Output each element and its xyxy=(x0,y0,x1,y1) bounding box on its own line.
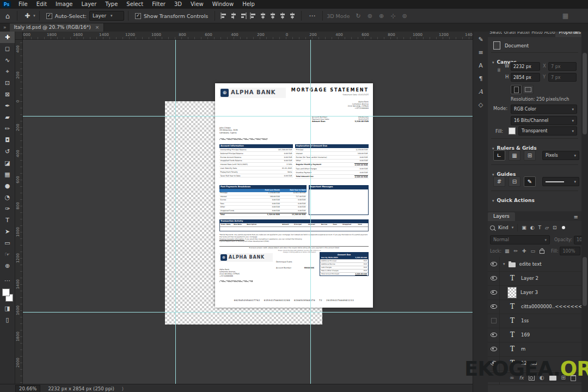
layer-row[interactable]: TLayer 2 xyxy=(488,271,581,286)
eye-icon[interactable] xyxy=(491,276,497,280)
quick-actions-section-header[interactable]: ▾Quick Actions xyxy=(492,194,535,204)
canvas-viewport[interactable]: ⊕ ALPHA BANK MORTGAGE STATEMENT Statemen… xyxy=(22,39,473,384)
toggle-visibility-cell[interactable] xyxy=(488,271,500,285)
object-selection-tool[interactable]: ⌖ xyxy=(0,66,15,77)
crop-tool[interactable]: ⊡ xyxy=(0,77,15,89)
canvas-width-field[interactable]: 2232 px xyxy=(511,62,540,71)
toggle-visibility-cell[interactable] xyxy=(488,314,500,328)
pen-tool[interactable]: ✑ xyxy=(0,203,15,215)
brush-tool[interactable]: ✏ xyxy=(0,123,15,134)
lock-transparency-icon[interactable]: ▦ xyxy=(505,248,510,254)
vertical-guide-1[interactable] xyxy=(175,32,176,384)
lock-all-icon[interactable] xyxy=(540,250,544,254)
layer-row[interactable]: T129 da xyxy=(488,356,581,371)
toggle-visibility-cell[interactable] xyxy=(488,257,500,271)
foreground-color-swatch[interactable] xyxy=(2,289,10,296)
home-icon[interactable]: ⌂ xyxy=(2,12,13,20)
layer-row[interactable]: Tm xyxy=(488,342,581,357)
eye-icon[interactable] xyxy=(491,333,497,337)
menu-image[interactable]: Image xyxy=(51,0,77,9)
type-tool[interactable]: T xyxy=(0,215,15,226)
eye-icon[interactable] xyxy=(491,290,497,295)
move-tool[interactable]: ✚ xyxy=(0,32,15,43)
zoom-tool[interactable]: ⊕ xyxy=(0,260,15,272)
dodge-tool[interactable]: ◔ xyxy=(0,192,15,203)
hand-tool[interactable]: ☞ xyxy=(0,249,15,260)
eye-icon[interactable] xyxy=(491,347,497,351)
character-panel-icon[interactable]: A xyxy=(479,62,483,69)
landscape-orientation-button[interactable] xyxy=(523,85,534,94)
menu-3d[interactable]: 3D xyxy=(170,0,186,9)
toggle-visibility-cell[interactable] xyxy=(488,299,500,314)
path-selection-tool[interactable]: ➤ xyxy=(0,226,15,237)
toggle-visibility-cell[interactable] xyxy=(488,285,500,299)
eyedropper-tool[interactable]: ✒ xyxy=(0,100,15,112)
eye-icon[interactable] xyxy=(491,262,497,266)
guide-layout-icon[interactable]: ⊟ xyxy=(509,176,520,187)
glyphs-panel-icon[interactable]: A xyxy=(479,88,483,95)
lock-position-icon[interactable]: ✚ xyxy=(522,248,526,254)
hidden-eye-icon[interactable] xyxy=(491,318,497,323)
link-layers-icon[interactable]: ∞ xyxy=(510,375,514,381)
menu-file[interactable]: File xyxy=(14,0,32,9)
canvas-height-field[interactable]: 2854 px xyxy=(511,73,540,82)
gradient-tool[interactable]: ▦ xyxy=(0,169,15,180)
distribute-right-icon[interactable] xyxy=(288,12,297,20)
bit-depth-dropdown[interactable]: 16 Bits/Channel▾ xyxy=(511,116,577,125)
eye-icon[interactable] xyxy=(491,304,497,309)
align-center-h-icon[interactable] xyxy=(229,12,238,20)
menu-edit[interactable]: Edit xyxy=(32,0,51,9)
statement-document[interactable]: ⊕ ALPHA BANK MORTGAGE STATEMENT Statemen… xyxy=(215,83,373,308)
vertical-guide-2[interactable] xyxy=(310,32,311,384)
layer-row[interactable]: Layer 3 xyxy=(488,285,581,300)
align-right-icon[interactable] xyxy=(239,12,248,20)
edit-toolbar-icon[interactable]: ⋯ xyxy=(0,275,15,286)
current-tool-icon[interactable]: ✚ xyxy=(21,12,33,20)
brushes-panel-icon[interactable]: ✎ xyxy=(473,33,488,46)
3d-camera-icon[interactable]: ⊚ xyxy=(399,13,410,20)
filter-shape-layers-icon[interactable]: ▱ xyxy=(545,225,549,230)
brush-settings-panel-icon[interactable]: ≡ xyxy=(478,49,483,56)
blur-tool[interactable]: ● xyxy=(0,180,15,192)
distribute-left-icon[interactable] xyxy=(259,12,267,20)
align-left-icon[interactable] xyxy=(219,12,228,20)
brush-settings-panel-icon[interactable]: ≡ xyxy=(473,46,488,59)
quick-mask-icon[interactable]: ◨ xyxy=(0,303,15,314)
layers-menu-icon[interactable]: ≡ xyxy=(574,214,578,220)
layer-row[interactable]: ▾edite text xyxy=(488,257,581,272)
workspace-icon[interactable]: ▦ xyxy=(559,12,572,20)
guide-style-dropdown[interactable]: ▾ xyxy=(542,177,579,186)
3d-roll-icon[interactable]: ⊛ xyxy=(364,13,376,20)
layer-row[interactable]: T1ss xyxy=(488,314,581,328)
filter-adjustment-layers-icon[interactable]: ◐ xyxy=(530,225,535,230)
frame-tool[interactable]: ⊠ xyxy=(0,89,15,100)
horizontal-guide-2[interactable] xyxy=(15,312,473,313)
color-swatches[interactable] xyxy=(0,289,15,303)
menu-help[interactable]: Help xyxy=(238,0,259,9)
3d-rotate-icon[interactable]: ↻ xyxy=(353,13,364,20)
3d-panel-icon[interactable]: ◇ xyxy=(473,98,488,111)
align-justify-icon[interactable] xyxy=(249,12,258,20)
more-options-icon[interactable]: ⋯ xyxy=(305,12,318,20)
horizontal-ruler[interactable]: 2000180016001400120010008006004002000200… xyxy=(22,32,473,40)
adjustment-layer-icon[interactable]: ◐ xyxy=(540,375,544,381)
layer-effects-icon[interactable]: fx xyxy=(519,375,524,381)
scrollbar-thumb[interactable] xyxy=(583,53,587,134)
edit-guides-icon[interactable]: ✎ xyxy=(524,176,536,187)
close-tab-icon[interactable]: × xyxy=(95,24,100,30)
auto-select-checkbox[interactable]: ✓ xyxy=(46,13,52,19)
menu-select[interactable]: Select xyxy=(122,0,148,9)
menu-type[interactable]: Type xyxy=(101,0,122,9)
group-layers-icon[interactable] xyxy=(549,376,556,381)
group-chevron-icon[interactable]: ▾ xyxy=(503,262,505,266)
screen-mode-icon[interactable]: ▯ xyxy=(0,314,15,326)
status-expand-icon[interactable]: ⟩ xyxy=(122,386,124,391)
filter-pixel-layers-icon[interactable]: ▣ xyxy=(522,225,526,230)
marquee-tool[interactable]: ◻ xyxy=(0,43,15,54)
lasso-tool[interactable]: ∿ xyxy=(0,54,15,66)
eye-icon[interactable] xyxy=(491,361,497,365)
3d-slide-icon[interactable]: ⊹ xyxy=(387,13,399,20)
new-guide-icon[interactable]: # xyxy=(493,176,505,187)
3d-drag-icon[interactable]: ⊕ xyxy=(376,13,387,20)
ruler-origin-corner[interactable] xyxy=(15,32,23,40)
